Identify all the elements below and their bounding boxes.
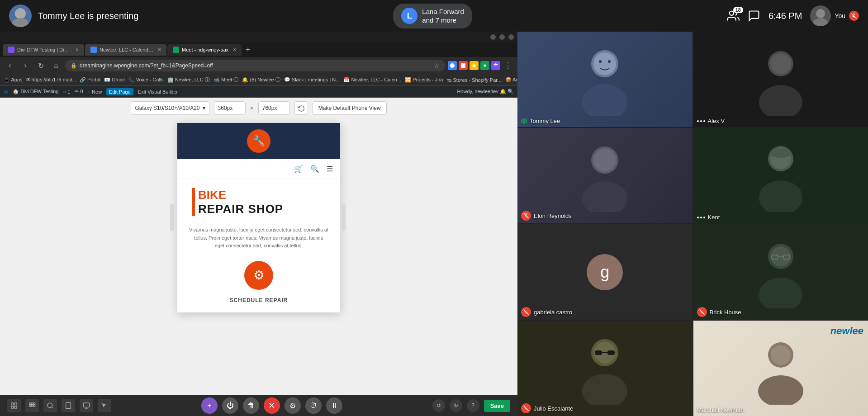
add-module-btn[interactable]: + — [201, 397, 218, 414]
scroll-right[interactable] — [342, 123, 347, 312]
home-btn[interactable]: ⌂ — [50, 59, 62, 72]
wp-edit-page[interactable]: Edit Page — [106, 88, 133, 95]
tab-close-divi[interactable]: × — [76, 47, 79, 53]
svg-point-35 — [759, 85, 802, 116]
svg-rect-57 — [607, 350, 615, 355]
wp-exit-builder[interactable]: Exit Visual Builder — [138, 89, 178, 95]
width-input[interactable]: 360px — [214, 101, 246, 115]
bookmark-voice[interactable]: 📞 Voice - Calls — [128, 77, 164, 83]
you-avatar — [810, 5, 831, 26]
new-tab-btn[interactable]: + — [242, 44, 253, 55]
phone-header: 🔧 — [177, 123, 340, 159]
default-phone-btn[interactable]: Make Default Phone View — [313, 101, 387, 115]
bookmark-gmail[interactable]: 📧 Gmail — [104, 77, 125, 83]
address-bar[interactable]: 🔒 dreaminagine.wpengine.com/?et_fb=1&Pag… — [65, 60, 445, 71]
device-selector[interactable]: Galaxy S10/S10+/A10/A20 ▾ — [131, 101, 209, 115]
browser-chrome: Divi DFW Testing | Divi rules × Newlee, … — [0, 32, 517, 98]
bookmark-calendar[interactable]: 📅 Newlee, LLC - Calen... — [343, 77, 401, 83]
lock-icon: 🔒 — [71, 63, 77, 69]
scroll-left[interactable] — [170, 123, 175, 312]
reload-btn[interactable]: ↻ — [34, 59, 47, 72]
brickhouse-label: Brick House — [697, 307, 741, 317]
star-icon[interactable]: ☆ — [434, 62, 440, 69]
ext-icon-5[interactable] — [491, 61, 500, 70]
bookmark-meet[interactable]: 📹 Meet ⓘ — [213, 76, 239, 83]
browser-content: Galaxy S10/S10+/A10/A20 ▾ 360px × 760px … — [0, 98, 517, 395]
cart-icon[interactable]: 🛒 — [294, 165, 303, 173]
bookmark-mail[interactable]: ✉ https://blu179.mail... — [26, 77, 76, 83]
browser-tab-meet[interactable]: Meet - ndg-wney-aax × — [167, 44, 242, 56]
save-btn[interactable]: Save — [484, 400, 510, 412]
svg-rect-18 — [33, 403, 35, 404]
elon-video — [517, 128, 693, 223]
rotate-btn[interactable] — [294, 101, 308, 115]
participants-badge[interactable]: L Lana Forward and 7 more — [393, 4, 472, 28]
hamburger-icon[interactable]: ☰ — [327, 165, 333, 173]
desktop-tool-btn[interactable] — [80, 399, 93, 412]
pause-btn[interactable]: ⏸ — [326, 397, 342, 414]
elon-silhouette — [578, 140, 632, 212]
window-close[interactable] — [508, 34, 514, 40]
wp-logo[interactable]: W — [4, 89, 8, 95]
window-maximize[interactable] — [499, 34, 505, 40]
phone-preview: 🔧 🛒 🔍 ☰ — [177, 123, 340, 312]
video-tile-kent: Kent — [693, 128, 868, 223]
alex-v-label: Alex V — [697, 118, 725, 124]
bookmark-apps[interactable]: 📱 Apps — [4, 77, 23, 83]
browser-tab-calendar[interactable]: Newlee, LLC - Calendar - Decem... × — [85, 44, 166, 56]
delete-btn[interactable]: 🗑 — [243, 397, 259, 414]
elon-reynolds-name: Elon Reynolds — [534, 213, 572, 219]
you-tile: You — [810, 5, 859, 26]
bookmark-amazon[interactable]: 📦 Amazon — [505, 77, 518, 83]
ext-icon-1[interactable] — [448, 61, 457, 70]
window-minimize[interactable] — [490, 34, 496, 40]
cursor-tool-btn[interactable] — [98, 399, 111, 412]
cancel-btn[interactable]: ✕ — [264, 397, 280, 414]
bookmark-portal[interactable]: 🔗 Portal — [80, 77, 100, 83]
wp-admin-bar: W 🏠 Divi DFW Testing ○ 1 ✏ 0 + New Edit … — [0, 86, 517, 98]
svg-point-31 — [593, 52, 616, 75]
back-btn[interactable]: ‹ — [4, 59, 16, 72]
tab-close-meet[interactable]: × — [233, 47, 236, 53]
bookmark-newlee[interactable]: 🏢 Newlee, LLC ⓘ — [167, 76, 210, 83]
bookmark-jira[interactable]: 🔀 Projects - Jira — [405, 77, 443, 83]
height-input[interactable]: 760px — [258, 101, 290, 115]
ext-icon-4[interactable] — [480, 61, 489, 70]
ext-icon-2[interactable] — [459, 61, 468, 70]
gabriela-avatar: g — [587, 254, 623, 290]
wp-updates[interactable]: ✏ 0 — [75, 89, 83, 95]
presenter-text: Tommy Lee is presenting — [38, 11, 138, 21]
tommy-silhouette — [578, 43, 632, 116]
bookmark-newlee8[interactable]: 🔔 (8) Newlee ⓘ — [242, 76, 280, 83]
video-tile-tommy-lee: Tommy Lee — [517, 32, 693, 127]
wp-comments[interactable]: ○ 1 — [63, 89, 71, 95]
ext-icon-3[interactable] — [470, 61, 479, 70]
layout-tool-btn[interactable] — [7, 399, 21, 412]
bookmark-shopify[interactable]: 🛍 Stores - Shopify Par... — [446, 77, 501, 83]
url-text[interactable]: dreaminagine.wpengine.com/?et_fb=1&PageS… — [80, 62, 431, 69]
forward-btn[interactable]: › — [19, 59, 32, 72]
accent-bar — [192, 188, 195, 216]
extensions-menu-btn[interactable]: ⋮ — [502, 61, 514, 71]
history-btn[interactable]: ⏱ — [305, 397, 322, 414]
bookmark-slack[interactable]: 💬 Slack | meetings | N... — [284, 77, 340, 83]
power-btn[interactable]: ⏻ — [222, 397, 238, 414]
svg-point-47 — [759, 278, 802, 308]
wp-site-name[interactable]: 🏠 Divi DFW Testing — [13, 89, 58, 95]
settings-btn[interactable]: ⚙ — [285, 397, 301, 414]
tab-close-calendar[interactable]: × — [158, 47, 161, 53]
help-btn[interactable]: ? — [467, 399, 479, 412]
redo-btn[interactable]: ↻ — [450, 399, 462, 412]
wp-new[interactable]: + New — [88, 89, 102, 95]
kent-more[interactable] — [697, 217, 705, 218]
participants-icon-btn[interactable]: 18 — [727, 9, 740, 22]
tablet-tool-btn[interactable] — [62, 399, 75, 412]
phone-search-icon[interactable]: 🔍 — [310, 165, 319, 173]
undo-btn[interactable]: ↺ — [432, 399, 445, 412]
search-tool-btn[interactable] — [43, 399, 57, 412]
participants-info[interactable]: L Lana Forward and 7 more — [393, 4, 472, 28]
browser-tab-divi[interactable]: Divi DFW Testing | Divi rules × — [3, 44, 84, 56]
chat-icon-btn[interactable] — [748, 9, 760, 22]
alex-v-more[interactable] — [697, 120, 705, 122]
grid-tool-btn[interactable] — [25, 399, 39, 412]
